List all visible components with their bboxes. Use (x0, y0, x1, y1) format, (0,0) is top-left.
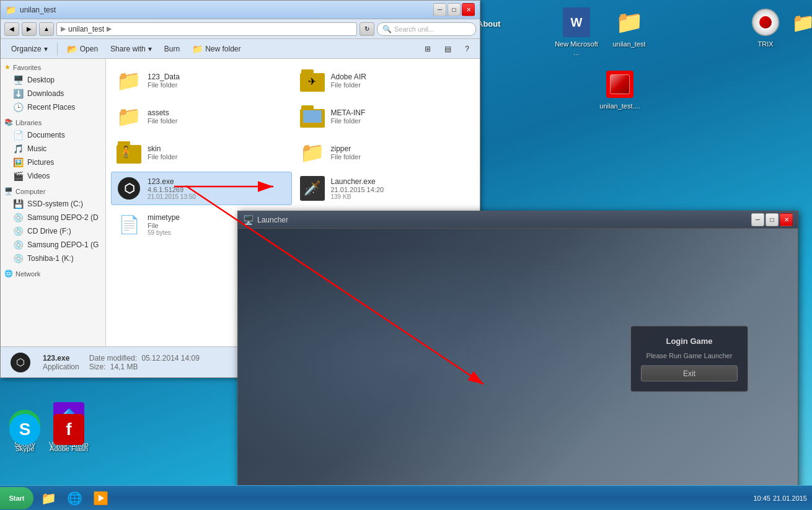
sidebar-item-desktop[interactable]: 🖥️ Desktop (1, 73, 105, 87)
launcher-minimize-button[interactable]: ─ (751, 213, 764, 226)
view-toggle-button[interactable]: ▤ (439, 42, 457, 56)
libraries-header[interactable]: 📚 Libraries (1, 117, 105, 128)
libraries-section: 📚 Libraries 📄 Documents 🎵 Music 🖼️ Pictu… (1, 117, 105, 183)
file-item-adobe-air[interactable]: ✈ Adobe AIR File folder (294, 64, 475, 97)
network-header[interactable]: 🌐 Network (1, 268, 105, 279)
sidebar-item-videos[interactable]: 🎬 Videos (1, 169, 105, 183)
taskbar-explorer-icon[interactable]: 📁 (36, 488, 61, 509)
desktop-icon-label: unilan_test (612, 40, 645, 48)
sidebar-item-label: Pictures (27, 158, 54, 167)
start-button[interactable]: Start (0, 487, 33, 509)
launcher-close-button[interactable]: ✕ (780, 213, 793, 226)
music-icon: 🎵 (13, 144, 24, 154)
folder-icon: 📁 (117, 68, 141, 93)
sidebar-item-toshiba-k[interactable]: 💿 Toshiba-1 (K:) (1, 252, 105, 265)
sidebar-item-label: CD Drive (F:) (27, 227, 71, 235)
desktop-icon-new-microsoft[interactable]: W New Microsoft ... (552, 5, 601, 60)
sidebar-item-samsung-depo1[interactable]: 💿 Samsung DEPO-1 (G (1, 238, 105, 252)
share-with-button[interactable]: Share with ▾ (105, 42, 157, 56)
file-date: 21.01.2015 13:50 (148, 193, 196, 200)
desktop-icon-unilan-exe[interactable]: unilan_test.... (595, 67, 645, 113)
organize-button[interactable]: Organize ▾ (6, 42, 53, 56)
desktop-icon-label: New Microsoft ... (554, 40, 599, 58)
taskbar-wmp-icon[interactable]: ▶️ (88, 488, 113, 509)
view-options-button[interactable]: ⊞ (419, 42, 436, 56)
sidebar-item-ssd-c[interactable]: 💾 SSD-system (C:) (1, 197, 105, 211)
folder-icon: 📁 (300, 140, 325, 165)
about-button[interactable]: About (477, 19, 501, 29)
address-path[interactable]: ▶ unilan_test ▶ (56, 22, 357, 36)
file-item-assets[interactable]: 📁 assets File folder (111, 100, 292, 133)
network-icon: 🌐 (4, 270, 13, 278)
file-type: File folder (331, 117, 366, 125)
sidebar-item-cd-f[interactable]: 💿 CD Drive (F:) (1, 224, 105, 238)
launcher-title-icon: 🖥️ (243, 215, 254, 225)
skype-desktop-icon[interactable]: S Skype (3, 414, 46, 480)
new-folder-icon: 📁 (192, 44, 203, 54)
desktop-icon-label: unilan_test.... (599, 102, 640, 110)
maximize-button[interactable]: □ (448, 3, 461, 16)
status-app-icon: ⬡ (8, 350, 33, 375)
file-type: 21.01.2015 14:20 (331, 186, 384, 193)
file-item-skin[interactable]: 🧍 skin File folder (111, 136, 292, 169)
file-type: File folder (148, 153, 177, 160)
sidebar-item-label: SSD-system (C:) (27, 200, 83, 208)
status-filetype: Application (43, 363, 79, 371)
search-placeholder: Search unil... (394, 25, 434, 33)
forward-button[interactable]: ▶ (22, 22, 37, 36)
file-item-meta-inf[interactable]: META-INF File folder (294, 100, 475, 133)
back-button[interactable]: ◀ (4, 22, 19, 36)
burn-button[interactable]: Burn (159, 42, 185, 56)
refresh-button[interactable]: ↻ (360, 22, 374, 36)
file-item-launcher[interactable]: 🗡️ Launcher.exe 21.01.2015 14:20 139 KB (294, 172, 475, 205)
desktop-icon-label: TRIX (757, 40, 773, 48)
sidebar-item-label: Recent Places (27, 103, 75, 112)
launcher-window-controls: ─ □ ✕ (751, 213, 793, 226)
window-controls: ─ □ ✕ (433, 3, 475, 16)
sidebar-item-label: Samsung DEPO-2 (D (27, 213, 99, 222)
explorer-titlebar: 📁 unilan_test ─ □ ✕ (1, 1, 480, 19)
sidebar-item-recent-places[interactable]: 🕒 Recent Places (1, 100, 105, 114)
minimize-button[interactable]: ─ (433, 3, 446, 16)
sidebar-item-music[interactable]: 🎵 Music (1, 142, 105, 156)
launcher-maximize-button[interactable]: □ (766, 213, 779, 226)
sidebar-item-label: Downloads (27, 89, 64, 98)
adobe-flash-desktop-icon[interactable]: f Adobe Flash (47, 414, 90, 480)
explorer-title: unilan_test (20, 6, 56, 14)
taskbar-system-tray: 10:45 21.01.2015 (753, 495, 812, 502)
desktop-icon-trix[interactable]: TRIX (741, 5, 790, 51)
new-folder-button[interactable]: 📁 New folder (187, 42, 246, 56)
file-type: File folder (331, 153, 361, 160)
sidebar-item-samsung-depo2[interactable]: 💿 Samsung DEPO-2 (D (1, 211, 105, 224)
file-item-zipper[interactable]: 📁 zipper File folder (294, 136, 475, 169)
adobe-flash-label: Adobe Flash (50, 445, 88, 452)
sidebar-item-documents[interactable]: 📄 Documents (1, 128, 105, 142)
close-button[interactable]: ✕ (462, 3, 475, 16)
computer-label: Computer (15, 188, 45, 195)
desktop-icon-unilan-folder[interactable]: 📁 unilan_test (604, 5, 654, 51)
sidebar-item-downloads[interactable]: ⬇️ Downloads (1, 87, 105, 100)
skype-icon: S (9, 414, 40, 445)
taskbar-ie-icon[interactable]: 🌐 (62, 488, 87, 509)
open-button[interactable]: 📂 Open (61, 42, 104, 56)
sidebar-item-pictures[interactable]: 🖼️ Pictures (1, 156, 105, 169)
organize-dropdown-icon: ▾ (44, 45, 48, 53)
address-text: unilan_test (68, 25, 104, 33)
desktop-icon-localw[interactable]: 📁 (793, 5, 812, 42)
help-button[interactable]: ? (459, 42, 475, 56)
file-item-123data[interactable]: 📁 123_Data File folder (111, 64, 292, 97)
share-dropdown-icon: ▾ (148, 45, 152, 53)
file-item-123exe[interactable]: ⬡ 123.exe 4.6.1.51269 21.01.2015 13:50 (111, 172, 292, 205)
favorites-header[interactable]: ★ Favorites (1, 61, 105, 73)
taskbar-pinned-icons: 📁 🌐 ▶️ (36, 488, 113, 509)
file-type: File (148, 222, 180, 229)
sidebar: ★ Favorites 🖥️ Desktop ⬇️ Downloads 🕒 Re… (1, 59, 106, 346)
pictures-icon: 🖼️ (13, 157, 24, 167)
search-box[interactable]: 🔍 Search unil... (377, 22, 476, 36)
computer-header[interactable]: 🖥️ Computer (1, 185, 105, 197)
skype-label: Skype (15, 445, 35, 452)
file-type: File folder (331, 81, 366, 89)
up-button[interactable]: ▲ (39, 22, 54, 36)
toolbar-divider (57, 43, 58, 55)
exit-button[interactable]: Exit (641, 366, 738, 382)
